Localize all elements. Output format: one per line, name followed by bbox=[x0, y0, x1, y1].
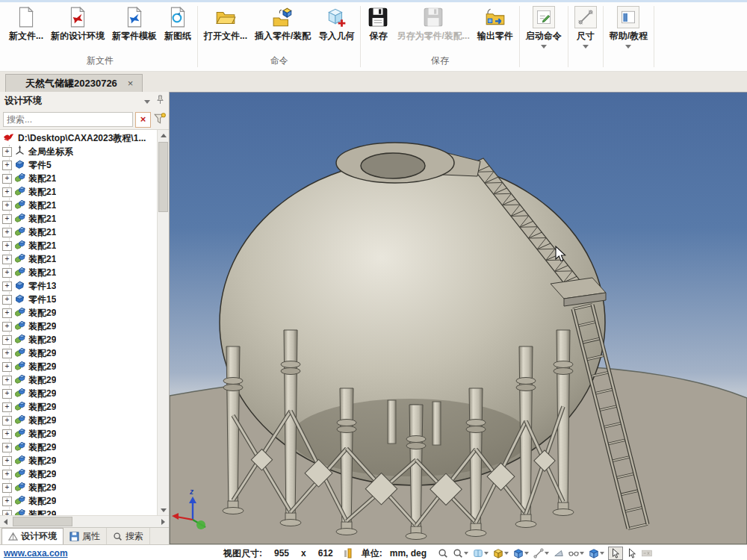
tree-item-asm29-13[interactable]: +装配29 bbox=[0, 467, 157, 481]
filter-funnel-icon[interactable] bbox=[153, 112, 166, 128]
tree-item-part13[interactable]: +零件13 bbox=[0, 279, 157, 293]
tree-item-asm29-6[interactable]: +装配29 bbox=[0, 373, 157, 387]
expand-toggle-icon[interactable]: + bbox=[2, 483, 12, 493]
tree-item-global-coords[interactable]: +全局坐标系 bbox=[0, 145, 157, 158]
horizontal-scroll-thumb[interactable] bbox=[13, 517, 72, 526]
tree-item-asm21-5[interactable]: +装配21 bbox=[0, 225, 157, 239]
search-input[interactable] bbox=[3, 112, 133, 127]
expand-toggle-icon[interactable]: + bbox=[2, 335, 12, 345]
expand-toggle-icon[interactable]: + bbox=[2, 376, 12, 385]
tree-item-root[interactable]: D:\Desktop\CAXA2023教程\1... bbox=[0, 131, 157, 145]
new-design-env-button[interactable]: 新的设计环境 bbox=[49, 4, 107, 44]
tree-item-asm29-14[interactable]: +装配29 bbox=[0, 481, 157, 494]
expand-toggle-icon[interactable]: + bbox=[2, 443, 12, 452]
tree-item-asm29-2[interactable]: +装配29 bbox=[0, 320, 157, 333]
expand-toggle-icon[interactable]: + bbox=[2, 308, 12, 318]
view-plane-icon[interactable] bbox=[472, 547, 489, 559]
pin-icon[interactable] bbox=[156, 95, 164, 107]
tree-item-asm21-6[interactable]: +装配21 bbox=[0, 239, 157, 252]
select-tool-icon[interactable] bbox=[608, 547, 623, 560]
scroll-down-arrow[interactable] bbox=[158, 505, 169, 515]
help-tutorial-button[interactable]: 帮助/教程 bbox=[607, 4, 650, 50]
measure-tool-icon[interactable] bbox=[533, 547, 550, 559]
tree-item-asm29-15[interactable]: +装配29 bbox=[0, 494, 157, 508]
zoom-mode-icon[interactable] bbox=[452, 547, 469, 559]
tree-item-asm29-11[interactable]: +装配29 bbox=[0, 441, 157, 454]
expand-toggle-icon[interactable]: + bbox=[2, 241, 12, 251]
expand-toggle-icon[interactable]: + bbox=[2, 402, 12, 412]
new-part-template-button[interactable]: 新零件模板 bbox=[110, 4, 159, 44]
save-as-button[interactable]: 另存为零件/装配... bbox=[394, 4, 471, 44]
visibility-icon[interactable] bbox=[568, 547, 585, 559]
tree-item-asm29-3[interactable]: +装配29 bbox=[0, 333, 157, 346]
tree-item-asm21-2[interactable]: +装配21 bbox=[0, 185, 157, 199]
view-orientation-icon[interactable] bbox=[512, 547, 530, 559]
expand-toggle-icon[interactable]: + bbox=[2, 470, 12, 479]
expand-toggle-icon[interactable]: + bbox=[2, 228, 12, 237]
design-env-tab[interactable]: 设计环境 bbox=[1, 528, 63, 544]
render-style-icon[interactable] bbox=[492, 547, 509, 559]
expand-toggle-icon[interactable]: + bbox=[2, 187, 12, 197]
expand-toggle-icon[interactable]: + bbox=[2, 161, 12, 170]
tree-item-part15[interactable]: +零件15 bbox=[0, 293, 157, 306]
3d-viewport[interactable]: z bbox=[170, 92, 747, 544]
expand-toggle-icon[interactable]: + bbox=[2, 147, 12, 157]
expand-toggle-icon[interactable]: + bbox=[2, 497, 12, 506]
scroll-right-arrow[interactable] bbox=[158, 516, 169, 527]
expand-toggle-icon[interactable]: + bbox=[2, 255, 12, 264]
properties-tab[interactable]: 属性 bbox=[63, 528, 107, 544]
scroll-left-arrow[interactable] bbox=[0, 516, 11, 527]
scroll-up-arrow[interactable] bbox=[158, 130, 169, 140]
expand-toggle-icon[interactable]: + bbox=[2, 349, 12, 358]
tree-item-asm29-4[interactable]: +装配29 bbox=[0, 346, 157, 360]
tree-item-asm29-16[interactable]: +装配29 bbox=[0, 508, 157, 515]
tree-item-part5[interactable]: +零件5 bbox=[0, 158, 157, 172]
expand-toggle-icon[interactable]: + bbox=[2, 214, 12, 224]
expand-toggle-icon[interactable]: + bbox=[2, 510, 12, 516]
tree-horizontal-scrollbar[interactable] bbox=[0, 515, 169, 527]
zoom-icon[interactable] bbox=[437, 547, 449, 559]
search-tab[interactable]: 搜索 bbox=[107, 528, 150, 544]
tree-item-asm21-7[interactable]: +装配21 bbox=[0, 252, 157, 266]
dimension-button[interactable]: 尺寸 bbox=[572, 4, 599, 50]
open-file-button[interactable]: 打开文件... bbox=[202, 4, 249, 44]
expand-toggle-icon[interactable]: + bbox=[2, 174, 12, 184]
save-button[interactable]: 保存 bbox=[365, 4, 391, 44]
expand-toggle-icon[interactable]: + bbox=[2, 456, 12, 466]
tree-item-asm21-8[interactable]: +装配21 bbox=[0, 266, 157, 279]
new-drawing-button[interactable]: 新图纸 bbox=[162, 4, 193, 44]
tree-item-asm29-10[interactable]: +装配29 bbox=[0, 427, 157, 441]
close-tab-icon[interactable]: × bbox=[128, 78, 134, 88]
expand-toggle-icon[interactable]: + bbox=[2, 201, 12, 211]
section-view-icon[interactable] bbox=[553, 547, 565, 559]
tree-vertical-scrollbar[interactable] bbox=[157, 130, 169, 515]
tree-item-asm29-5[interactable]: +装配29 bbox=[0, 360, 157, 373]
panel-collapse-icon[interactable] bbox=[144, 100, 150, 104]
expand-toggle-icon[interactable]: + bbox=[2, 295, 12, 305]
expand-toggle-icon[interactable]: + bbox=[2, 322, 12, 332]
expand-toggle-icon[interactable]: + bbox=[2, 429, 12, 439]
pointer-tool-icon[interactable] bbox=[626, 547, 638, 559]
expand-toggle-icon[interactable]: + bbox=[2, 281, 12, 291]
tree-item-asm21-3[interactable]: +装配21 bbox=[0, 199, 157, 212]
tree-item-asm21-4[interactable]: +装配21 bbox=[0, 212, 157, 225]
export-part-button[interactable]: 输出零件 bbox=[475, 4, 515, 44]
clear-search-icon[interactable]: × bbox=[135, 112, 151, 128]
caxa-link[interactable]: www.caxa.com bbox=[4, 548, 68, 559]
tree-item-asm21-1[interactable]: +装配21 bbox=[0, 172, 157, 185]
expand-toggle-icon[interactable]: + bbox=[2, 268, 12, 278]
launch-command-button[interactable]: 启动命令 bbox=[524, 4, 564, 50]
expand-toggle-icon[interactable]: + bbox=[2, 362, 12, 372]
extra-tools-icon[interactable] bbox=[641, 547, 653, 559]
expand-toggle-icon[interactable]: + bbox=[2, 416, 12, 426]
tree-item-asm29-12[interactable]: +装配29 bbox=[0, 454, 157, 467]
insert-part-button[interactable]: 插入零件/装配 bbox=[252, 4, 313, 44]
expand-toggle-icon[interactable]: + bbox=[2, 389, 12, 399]
tree-item-asm29-7[interactable]: +装配29 bbox=[0, 387, 157, 400]
tree-item-asm29-9[interactable]: +装配29 bbox=[0, 414, 157, 427]
import-geometry-button[interactable]: 导入几何 bbox=[316, 4, 356, 44]
tree-item-asm29-8[interactable]: +装配29 bbox=[0, 400, 157, 414]
document-tab[interactable]: 天然气储罐20230726 × bbox=[5, 74, 143, 92]
solid-display-icon[interactable] bbox=[588, 547, 605, 559]
new-file-button[interactable]: 新文件... bbox=[7, 4, 46, 44]
